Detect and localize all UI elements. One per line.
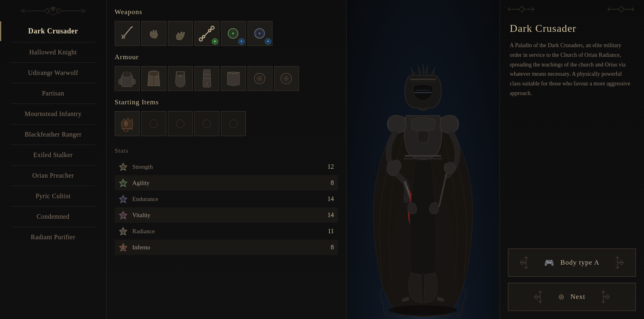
vitality-value: 14	[322, 211, 334, 219]
starting-item-slot-5[interactable]	[221, 111, 246, 136]
weapons-grid: ✦ ✦	[115, 21, 338, 46]
body-type-controller-icon: 🎮	[544, 258, 554, 267]
agility-label: Agility	[132, 180, 322, 186]
svg-point-3	[122, 35, 125, 38]
sidebar-item-mournstead-infantry[interactable]: Mournstead Infantry	[0, 105, 106, 123]
agility-icon	[119, 178, 128, 187]
body-type-label: Body type A	[560, 259, 599, 267]
sidebar-item-udirangr-warwolf[interactable]: Udirangr Warwolf	[0, 64, 106, 82]
armour-slot-4[interactable]	[194, 66, 219, 91]
svg-point-15	[258, 32, 261, 35]
endurance-icon	[119, 195, 128, 203]
sidebar-item-radiant-purifier[interactable]: Radiant Purifier	[0, 228, 106, 246]
class-description: A Paladin of the Dark Crusaders, an elit…	[500, 41, 644, 98]
starting-items-section: Starting Items	[107, 98, 346, 143]
stats-title: Stats	[115, 147, 338, 154]
endurance-label: Endurance	[132, 196, 322, 203]
sidebar-divider	[10, 83, 95, 83]
sidebar-item-condemned[interactable]: Condemned	[0, 207, 106, 226]
armour-grid	[115, 66, 338, 91]
starting-item-slot-3[interactable]	[168, 111, 193, 136]
sidebar-item-pyric-cultist[interactable]: Pyric Cultist	[0, 187, 106, 205]
svg-line-4	[131, 27, 132, 28]
sidebar-divider	[10, 124, 95, 124]
weapon-slot-1[interactable]	[115, 21, 140, 46]
character-preview	[347, 29, 500, 319]
weapon-slot-2[interactable]	[141, 21, 166, 46]
stat-row-strength: Strength 12	[115, 159, 338, 174]
svg-point-12	[232, 32, 234, 35]
ornament-right-top	[606, 3, 638, 15]
endurance-value: 14	[322, 195, 334, 203]
svg-point-6	[199, 38, 202, 41]
sidebar-divider	[10, 62, 95, 63]
armour-section: Armour	[107, 53, 346, 98]
center-panel: Weapons	[107, 0, 347, 319]
next-button[interactable]: ⊜ Next	[508, 283, 636, 311]
svg-point-36	[389, 305, 457, 315]
starting-item-slot-4[interactable]	[194, 111, 219, 136]
sidebar-item-exiled-stalker[interactable]: Exiled Stalker	[0, 146, 106, 164]
weapon-slot-6[interactable]: ✦	[248, 21, 272, 46]
starting-item-slot-2[interactable]	[141, 111, 166, 136]
sidebar-divider	[10, 145, 95, 145]
next-label: Next	[570, 293, 585, 301]
svg-point-7	[211, 26, 214, 29]
svg-marker-30	[120, 195, 127, 203]
svg-point-20	[258, 77, 261, 80]
svg-point-9	[208, 29, 211, 32]
sidebar-item-partisan[interactable]: Partisan	[0, 84, 106, 103]
stat-row-vitality: Vitality 14	[115, 207, 338, 223]
right-ornament-top	[500, 0, 644, 19]
starting-item-slot-1[interactable]	[115, 111, 140, 136]
inferno-value: 8	[322, 244, 334, 251]
character-preview-area	[347, 0, 500, 319]
armour-slot-5[interactable]	[221, 66, 246, 91]
weapons-section: Weapons	[107, 0, 346, 53]
sidebar-item-dark-crusader[interactable]: Dark Crusader	[0, 21, 106, 41]
armour-slot-6[interactable]	[248, 66, 272, 91]
radiance-label: Radiance	[132, 228, 322, 235]
svg-point-27	[203, 120, 211, 128]
stat-row-inferno: Inferno 8	[115, 240, 338, 255]
stats-section: Stats Strength 12 Agility 8	[107, 143, 346, 260]
right-panel: Dark Crusader A Paladin of the Dark Crus…	[500, 0, 644, 319]
radiance-icon	[119, 227, 128, 236]
sidebar-divider	[10, 42, 95, 42]
weapon-slot-3[interactable]	[168, 21, 193, 46]
sidebar-divider	[10, 104, 95, 104]
next-menu-icon: ⊜	[558, 292, 564, 301]
svg-point-33	[122, 230, 124, 232]
sidebar-item-hallowed-knight[interactable]: Hallowed Knight	[0, 43, 106, 62]
armour-slot-1[interactable]	[115, 66, 140, 91]
weapon-slot-4[interactable]: ✦	[194, 21, 219, 46]
svg-point-8	[202, 35, 205, 38]
vitality-icon	[119, 211, 128, 220]
svg-marker-29	[120, 163, 127, 170]
body-type-ornament-left	[518, 255, 538, 271]
starting-items-title: Starting Items	[115, 98, 338, 106]
sidebar-divider	[10, 186, 95, 186]
armour-slot-2[interactable]	[141, 66, 166, 91]
item-badge-blue: ✦	[238, 38, 245, 45]
item-badge-green: ✦	[212, 38, 218, 45]
body-type-ornament-right	[605, 255, 625, 271]
sidebar-ornament-top	[0, 4, 106, 18]
sidebar-item-blackfeather-ranger[interactable]: Blackfeather Ranger	[0, 125, 106, 144]
sidebar-item-orian-preacher[interactable]: Orian Preacher	[0, 166, 106, 185]
class-list: Dark Crusader Hallowed Knight Udirangr W…	[0, 21, 106, 246]
svg-point-26	[176, 120, 184, 128]
armour-slot-3[interactable]	[168, 66, 193, 91]
sidebar-divider	[10, 206, 95, 207]
body-type-button[interactable]: 🎮 Body type A	[508, 249, 636, 277]
strength-value: 12	[322, 163, 334, 170]
svg-point-25	[150, 120, 158, 128]
sidebar-divider	[10, 227, 95, 227]
armour-slot-7[interactable]	[274, 66, 299, 91]
inferno-icon	[119, 243, 128, 252]
armour-title: Armour	[115, 53, 338, 61]
stat-row-endurance: Endurance 14	[115, 191, 338, 207]
weapon-slot-5[interactable]: ✦	[221, 21, 246, 46]
strength-label: Strength	[132, 164, 322, 170]
weapons-title: Weapons	[115, 8, 338, 16]
